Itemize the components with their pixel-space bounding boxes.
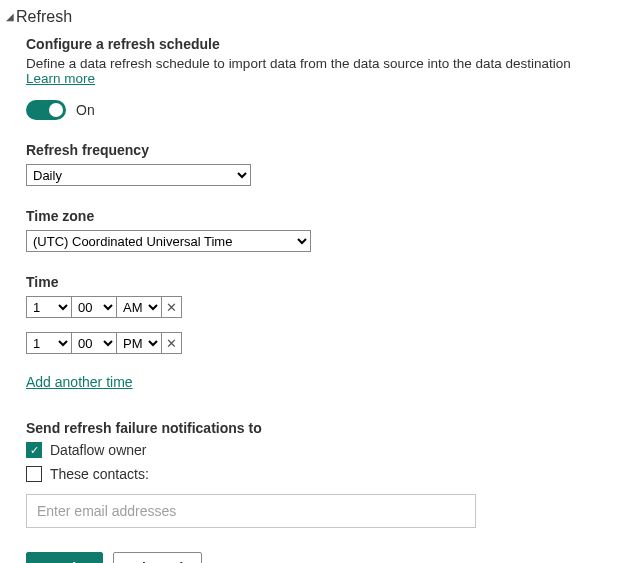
refresh-toggle[interactable] xyxy=(26,100,66,120)
frequency-label: Refresh frequency xyxy=(26,142,601,158)
remove-time-button[interactable]: ✕ xyxy=(162,296,182,318)
contacts-checkbox-label: These contacts: xyxy=(50,466,149,482)
hour-select[interactable]: 1 xyxy=(26,332,72,354)
discard-button[interactable]: Discard xyxy=(113,552,202,563)
notify-label: Send refresh failure notifications to xyxy=(26,420,601,436)
close-icon: ✕ xyxy=(166,300,177,315)
desc-text: Define a data refresh schedule to import… xyxy=(26,56,571,71)
time-row: 1 00 AM ✕ xyxy=(26,296,601,318)
apply-button[interactable]: Apply xyxy=(26,552,103,563)
ampm-select[interactable]: PM xyxy=(116,332,162,354)
add-time-link[interactable]: Add another time xyxy=(26,374,133,390)
close-icon: ✕ xyxy=(166,336,177,351)
remove-time-button[interactable]: ✕ xyxy=(162,332,182,354)
time-label: Time xyxy=(26,274,601,290)
owner-checkbox-label: Dataflow owner xyxy=(50,442,147,458)
contacts-checkbox[interactable] xyxy=(26,466,42,482)
frequency-select[interactable]: Daily xyxy=(26,164,251,186)
config-subtitle: Configure a refresh schedule xyxy=(26,36,601,52)
hour-select[interactable]: 1 xyxy=(26,296,72,318)
toggle-knob-icon xyxy=(49,103,63,117)
minute-select[interactable]: 00 xyxy=(71,332,117,354)
minute-select[interactable]: 00 xyxy=(71,296,117,318)
toggle-label: On xyxy=(76,102,95,118)
timezone-label: Time zone xyxy=(26,208,601,224)
time-row: 1 00 PM ✕ xyxy=(26,332,601,354)
config-description: Define a data refresh schedule to import… xyxy=(26,56,601,86)
collapse-triangle-icon: ◢ xyxy=(6,12,14,22)
timezone-select[interactable]: (UTC) Coordinated Universal Time xyxy=(26,230,311,252)
contacts-email-input[interactable] xyxy=(26,494,476,528)
owner-checkbox[interactable]: ✓ xyxy=(26,442,42,458)
learn-more-link[interactable]: Learn more xyxy=(26,71,95,86)
section-title: Refresh xyxy=(16,8,72,26)
section-header[interactable]: ◢ Refresh xyxy=(6,8,611,26)
checkmark-icon: ✓ xyxy=(30,445,39,456)
ampm-select[interactable]: AM xyxy=(116,296,162,318)
